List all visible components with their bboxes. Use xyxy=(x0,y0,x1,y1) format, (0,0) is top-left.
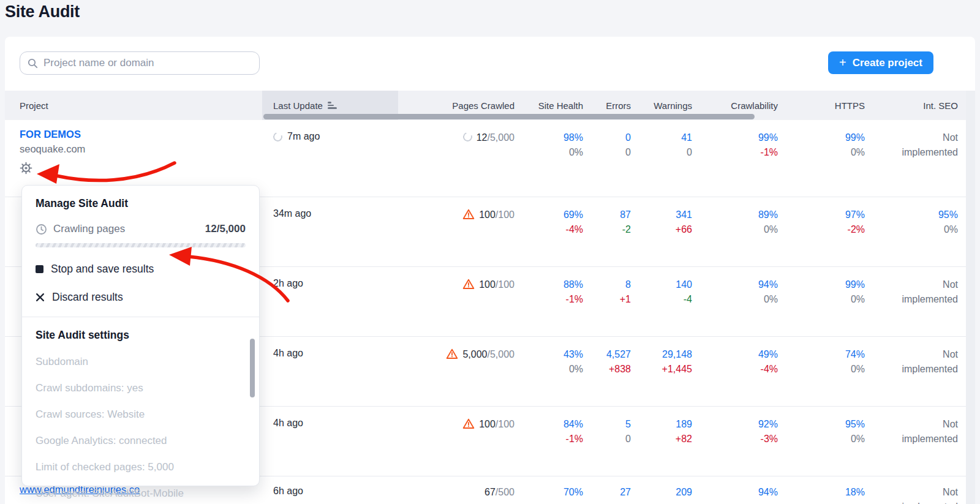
clock-icon xyxy=(36,224,47,235)
int-seo-value: Not implemented xyxy=(897,347,958,377)
column-header-errors: Errors xyxy=(583,100,631,111)
errors-value[interactable]: 8 xyxy=(583,277,631,292)
project-domain: seoquake.com xyxy=(20,143,262,155)
https-value[interactable]: 99% xyxy=(778,277,865,292)
sort-descending-icon xyxy=(328,102,337,109)
last-update-value: 4h ago xyxy=(273,416,303,431)
int-seo-value: Not implemented xyxy=(897,130,958,160)
plus-icon: + xyxy=(839,56,846,69)
stop-icon xyxy=(36,265,43,273)
warnings-value[interactable]: 29,148 xyxy=(631,347,692,362)
crawl-in-progress-spinner xyxy=(272,131,284,143)
site-health-value[interactable]: 43% xyxy=(514,347,583,362)
setting-google-analytics: Google Analytics: connected xyxy=(36,435,246,447)
pages-crawled-value: 100 xyxy=(479,209,496,220)
table-right-gutter xyxy=(966,91,975,504)
gear-icon[interactable] xyxy=(20,162,262,177)
close-icon xyxy=(36,293,45,302)
create-project-label: Create project xyxy=(853,57,922,69)
int-seo-value[interactable]: 95% xyxy=(865,208,958,222)
int-seo-value: Not implemented xyxy=(897,485,958,504)
last-update-value: 34m ago xyxy=(273,206,311,221)
site-health-value[interactable]: 84% xyxy=(514,417,583,432)
setting-subdomain: Subdomain xyxy=(36,356,246,368)
crawlability-value[interactable]: 92% xyxy=(692,417,778,432)
setting-user-agent: User agent: SiteAuditBot-Mobile xyxy=(36,487,246,500)
column-header-pages-crawled: Pages Crawled xyxy=(398,100,514,111)
column-header-https: HTTPS xyxy=(778,100,865,111)
https-value[interactable]: 97% xyxy=(778,208,865,222)
pages-crawled-value: 100 xyxy=(479,279,496,290)
warnings-value[interactable]: 341 xyxy=(631,208,692,222)
crawlability-value[interactable]: 94% xyxy=(692,277,778,292)
setting-crawl-subdomains: Crawl subdomains: yes xyxy=(36,382,246,394)
pages-crawled-value: 67 xyxy=(484,487,496,497)
last-update-value: 7m ago xyxy=(287,129,320,144)
page-title: Site Audit xyxy=(5,2,80,21)
warnings-value[interactable]: 140 xyxy=(631,277,692,292)
horizontal-scrollbar[interactable] xyxy=(263,114,755,119)
last-update-value: 4h ago xyxy=(273,346,303,361)
column-header-project: Project xyxy=(5,100,262,111)
site-health-value[interactable]: 70% xyxy=(514,485,583,500)
crawl-progress-bar xyxy=(36,243,246,247)
stop-and-save-button[interactable]: Stop and save results xyxy=(36,263,246,276)
column-header-crawlability: Crawlability xyxy=(692,100,778,111)
crawlability-value[interactable]: 49% xyxy=(692,347,778,362)
warnings-value[interactable]: 209 xyxy=(631,485,692,500)
int-seo-value: Not implemented xyxy=(897,417,958,446)
crawl-in-progress-spinner xyxy=(461,131,473,143)
site-health-value[interactable]: 98% xyxy=(514,130,583,145)
last-update-value: 2h ago xyxy=(273,276,303,291)
project-name-link[interactable]: FOR DEMOS xyxy=(20,129,262,140)
setting-crawl-sources: Crawl sources: Website xyxy=(36,408,246,421)
errors-value[interactable]: 87 xyxy=(583,208,631,222)
search-icon xyxy=(28,58,38,69)
pages-crawled-value: 12 xyxy=(477,132,488,143)
warning-triangle-icon xyxy=(446,348,458,364)
errors-value[interactable]: 5 xyxy=(583,417,631,432)
last-update-value: 6h ago xyxy=(273,484,303,498)
warnings-value[interactable]: 189 xyxy=(631,417,692,432)
pages-crawled-value: 5,000 xyxy=(462,349,487,359)
https-value[interactable]: 18% xyxy=(778,485,865,500)
crawlability-value[interactable]: 94% xyxy=(692,485,778,500)
search-input[interactable]: Project name or domain xyxy=(20,51,260,75)
errors-value[interactable]: 27 xyxy=(583,485,631,500)
crawlability-value[interactable]: 89% xyxy=(692,208,778,222)
column-header-site-health: Site Health xyxy=(514,100,583,111)
settings-section-title: Site Audit settings xyxy=(36,329,246,342)
errors-value[interactable]: 4,527 xyxy=(583,347,631,362)
crawlability-value[interactable]: 99% xyxy=(692,130,778,145)
int-seo-value: Not implemented xyxy=(897,277,958,307)
crawling-progress-row: Crawling pages 12/5,000 xyxy=(36,223,246,235)
popup-scrollbar[interactable] xyxy=(250,339,255,397)
popup-title: Manage Site Audit xyxy=(36,197,246,210)
create-project-button[interactable]: + Create project xyxy=(828,51,933,74)
https-value[interactable]: 95% xyxy=(778,417,865,432)
warning-triangle-icon xyxy=(462,418,475,434)
site-health-value[interactable]: 88% xyxy=(514,277,583,292)
site-health-value[interactable]: 69% xyxy=(514,208,583,222)
errors-value[interactable]: 0 xyxy=(583,130,631,145)
setting-page-limit: Limit of checked pages: 5,000 xyxy=(36,461,246,473)
warnings-value[interactable]: 41 xyxy=(631,130,692,145)
manage-site-audit-popup: Manage Site Audit Crawling pages 12/5,00… xyxy=(21,185,260,486)
column-header-warnings: Warnings xyxy=(631,100,692,111)
search-placeholder: Project name or domain xyxy=(43,57,154,69)
https-value[interactable]: 74% xyxy=(778,347,865,362)
warning-triangle-icon xyxy=(462,208,475,225)
discard-results-button[interactable]: Discard results xyxy=(36,291,246,304)
crawling-progress-value: 12/5,000 xyxy=(205,223,246,235)
divider xyxy=(22,317,259,317)
pages-crawled-value: 100 xyxy=(479,419,496,429)
column-header-int-seo: Int. SEO xyxy=(865,100,958,111)
crawling-pages-label: Crawling pages xyxy=(53,223,199,235)
https-value[interactable]: 99% xyxy=(778,130,865,145)
warning-triangle-icon xyxy=(462,278,475,295)
